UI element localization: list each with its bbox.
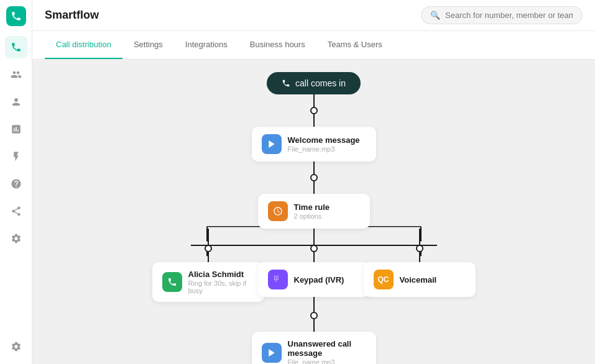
node-call-comes-in-label: call comes in [295, 78, 346, 88]
node-alicia[interactable]: Alicia Schmidt Ring for 30s, skip if bus… [152, 262, 264, 302]
header: Smartflow 🔍 [32, 0, 595, 31]
app-title: Smartflow [45, 9, 99, 22]
alicia-icon [162, 272, 182, 292]
sidebar-item-bolt[interactable] [5, 145, 27, 168]
sidebar-item-help[interactable] [5, 173, 27, 195]
search-icon: 🔍 [430, 11, 440, 20]
voicemail-icon: QC [374, 270, 394, 289]
welcome-subtitle: File_name.mp3 [288, 145, 360, 153]
time-rule-card-text: Time rule 2 options [294, 202, 330, 220]
connector-dot-2 [310, 174, 318, 181]
tab-call-distribution[interactable]: Call distribution [45, 31, 122, 59]
node-voicemail[interactable]: QC Voicemail [364, 262, 476, 297]
svg-marker-15 [269, 140, 274, 148]
svg-marker-16 [269, 349, 274, 357]
time-rule-title: Time rule [294, 202, 330, 212]
tab-integrations[interactable]: Integrations [174, 31, 239, 59]
connector-dot-bottom-center [310, 312, 318, 319]
node-unanswered[interactable]: Unanswered call message File_name.mp3 [252, 332, 376, 364]
welcome-card-text: Welcome message File_name.mp3 [288, 135, 360, 153]
sidebar-item-settings[interactable] [5, 227, 27, 250]
sidebar-item-settings-bottom[interactable] [5, 335, 27, 358]
main-content: Smartflow 🔍 Call distribution Settings I… [32, 0, 595, 364]
unanswered-title: Unanswered call message [288, 339, 366, 358]
welcome-title: Welcome message [288, 135, 360, 145]
tab-business-hours[interactable]: Business hours [239, 31, 316, 59]
voicemail-title: Voicemail [400, 275, 437, 284]
alicia-title: Alicia Schmidt [188, 270, 254, 279]
node-time-rule[interactable]: Time rule 2 options [258, 194, 370, 229]
app-logo[interactable] [6, 6, 26, 26]
node-call-comes-in[interactable]: call comes in [267, 72, 361, 94]
tab-bar: Call distribution Settings Integrations … [32, 31, 595, 60]
sidebar-item-users[interactable] [5, 63, 27, 86]
search-input[interactable] [445, 11, 573, 20]
time-rule-icon [268, 201, 288, 221]
unanswered-subtitle: File_name.mp3 [288, 358, 366, 364]
keypad-title: Keypad (IVR) [294, 275, 344, 284]
tab-settings[interactable]: Settings [122, 31, 174, 59]
keypad-icon [268, 270, 288, 289]
search-bar[interactable]: 🔍 [421, 6, 583, 24]
node-keypad[interactable]: Keypad (IVR) [258, 262, 370, 297]
flow-container: call comes in Welcome message File_name.… [96, 60, 532, 364]
time-rule-subtitle: 2 options [294, 212, 330, 220]
flow-canvas: call comes in Welcome message File_name.… [32, 60, 595, 364]
connector-dot-1 [310, 107, 318, 114]
sidebar-item-chart[interactable] [5, 118, 27, 140]
unanswered-icon [262, 343, 282, 363]
tab-teams-users[interactable]: Teams & Users [316, 31, 394, 59]
sidebar-item-contact[interactable] [5, 91, 27, 113]
welcome-icon [262, 134, 282, 154]
connector-dot-center [310, 245, 318, 252]
sidebar-item-phone[interactable] [5, 36, 27, 58]
connector-dot-left [205, 245, 212, 252]
alicia-subtitle: Ring for 30s, skip if busy [188, 280, 254, 294]
connector-dot-right [416, 245, 423, 252]
sidebar [0, 0, 32, 364]
sidebar-item-share[interactable] [5, 200, 27, 222]
node-welcome-message[interactable]: Welcome message File_name.mp3 [252, 127, 376, 162]
